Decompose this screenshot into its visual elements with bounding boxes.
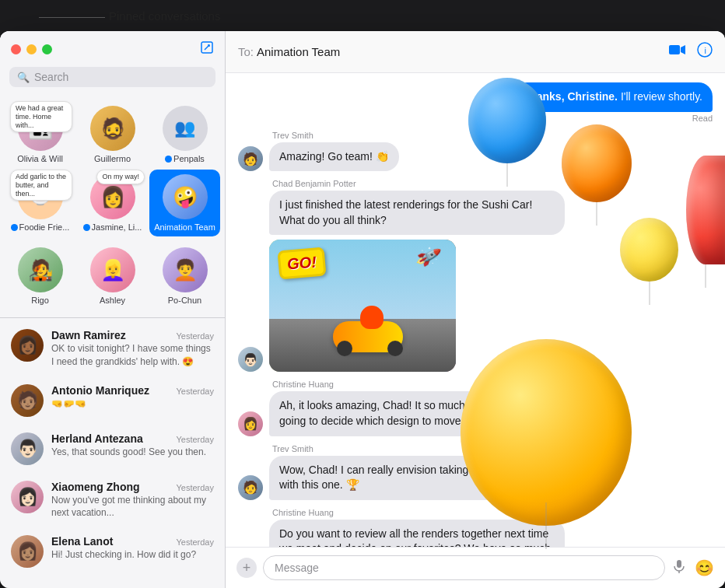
conv-header-xiaomeng: Xiaomeng Zhong Yesterday: [51, 481, 214, 493]
app-window: 🔍 👩‍👦 We had a great time. Home with... …: [0, 31, 725, 588]
compose-icon: [200, 40, 214, 54]
conv-preview-elena: Hi! Just checking in. How did it go?: [51, 548, 214, 562]
msg-sender-christine-2: Christine Huang: [272, 508, 713, 517]
msg-row-outgoing-1: Thanks, Christine. I'll review shortly. …: [238, 82, 713, 123]
pin-name-guillermo: Guillermo: [94, 154, 131, 163]
pin-avatar-guillermo: 🧔: [90, 106, 135, 151]
add-attachment-button[interactable]: +: [236, 558, 257, 578]
messages-area: Thanks, Christine. I'll review shortly. …: [226, 73, 725, 547]
conv-content-xiaomeng: Xiaomeng Zhong Yesterday Now you've got …: [51, 481, 214, 520]
traffic-lights: [11, 44, 52, 54]
conv-preview-antonio: 🤜🤛🤜: [51, 397, 214, 411]
input-icons: 😊: [671, 558, 714, 578]
close-button[interactable]: [11, 44, 21, 54]
chat-header-icons: i: [669, 42, 713, 61]
conv-header-antonio: Antonio Manriquez Yesterday: [51, 384, 214, 397]
pin-name-jasmine: Jasmine, Li...: [92, 222, 142, 232]
sushi-car-image: GO! 🚀: [269, 240, 456, 372]
pin-item-guillermo[interactable]: 🧔 Guillermo: [77, 101, 148, 168]
conv-name-herland: Herland Antezana: [51, 432, 143, 445]
pin-item-ashley[interactable]: 👱‍♀️ Ashley: [77, 243, 148, 310]
video-call-icon[interactable]: [669, 44, 686, 60]
conv-item-xiaomeng[interactable]: 👩🏻 Xiaomeng Zhong Yesterday Now you've g…: [0, 473, 225, 528]
zoom-button[interactable]: [42, 44, 52, 54]
info-icon[interactable]: i: [697, 42, 713, 61]
emoji-button[interactable]: 😊: [695, 558, 714, 577]
pin-name-ashley: Ashley: [100, 296, 125, 305]
chat-to-label: To:: [238, 45, 254, 58]
pin-item-olivia-will[interactable]: 👩‍👦 We had a great time. Home with... Ol…: [5, 101, 75, 168]
svg-text:i: i: [705, 46, 706, 55]
msg-inner-trev-2: 🧑 Wow, Chad! I can really envision takin…: [238, 456, 713, 500]
msg-inner-chad-1: 👨🏻 I just finished the latest renderings…: [238, 191, 713, 372]
search-icon: 🔍: [17, 72, 30, 83]
conv-avatar-herland: 👨🏻: [11, 432, 44, 465]
pin-avatar-po-chun: 🧑‍🦱: [163, 247, 208, 292]
conv-header-herland: Herland Antezana Yesterday: [51, 432, 214, 445]
pin-name-olivia: Olivia & Will: [17, 154, 63, 163]
conv-item-antonio[interactable]: 🧑🏽 Antonio Manriquez Yesterday 🤜🤛🤜: [0, 376, 225, 425]
conv-time-elena: Yesterday: [176, 537, 214, 547]
pin-name-row-foodie: Foodie Frie...: [11, 222, 70, 232]
conv-avatar-elena: 👩🏽: [11, 535, 44, 568]
msg-row-trev-2: Trev Smith 🧑 Wow, Chad! I can really env…: [238, 444, 713, 500]
pin-name-penpals: Penpals: [173, 154, 205, 163]
minimize-button[interactable]: [26, 44, 37, 54]
bubble-christine-1: Ah, it looks amazing, Chad! It so much. …: [269, 391, 565, 436]
conv-time-dawn: Yesterday: [176, 331, 214, 341]
msg-avatar-chad-1: 👨🏻: [238, 347, 263, 372]
conv-header-elena: Elena Lanot Yesterday: [51, 535, 214, 548]
msg-inner-christine-2: 👩 Do you want to review all the renders …: [238, 520, 713, 547]
conv-avatar-xiaomeng: 👩🏻: [11, 481, 44, 513]
unread-dot-jasmine: [83, 224, 90, 231]
msg-sender-trev-1: Trev Smith: [272, 131, 713, 140]
audio-input-icon[interactable]: [671, 558, 687, 578]
pinned-grid: 👩‍👦 We had a great time. Home with... Ol…: [0, 98, 225, 240]
conv-item-dawn[interactable]: 👩🏾 Dawn Ramirez Yesterday OK to visit to…: [0, 321, 225, 376]
pin-name-row-jasmine: Jasmine, Li...: [83, 222, 142, 232]
search-bar[interactable]: 🔍: [9, 67, 215, 87]
bubble-chad-1: I just finished the latest renderings fo…: [269, 191, 565, 235]
bubble-trev-2: Wow, Chad! I can really envision taking …: [269, 456, 565, 500]
compose-button[interactable]: [200, 40, 214, 58]
conv-item-elena[interactable]: 👩🏽 Elena Lanot Yesterday Hi! Just checki…: [0, 527, 225, 576]
conv-item-herland[interactable]: 👨🏻 Herland Antezana Yesterday Yes, that …: [0, 425, 225, 473]
pin-bubble-jasmine: On my way!: [96, 170, 145, 184]
pin-item-jasmine[interactable]: 👩 On my way! Jasmine, Li...: [77, 170, 148, 236]
pin-item-penpals[interactable]: 👥 Penpals: [149, 101, 220, 168]
sushi-car-visual: GO! 🚀: [269, 240, 456, 372]
pin-item-animation-team[interactable]: 🤪 Animation Team: [149, 170, 220, 236]
pin-avatar-ashley: 👱‍♀️: [90, 247, 135, 292]
bubble-trev-1: Amazing! Go team! 👏: [269, 142, 399, 172]
pin-avatar-animation-team: 🤪: [163, 174, 208, 219]
pin-item-rigo[interactable]: 🧑‍🎤 Rigo: [5, 243, 75, 310]
chat-header: To: Animation Team i: [226, 31, 725, 73]
pin-name-rigo: Rigo: [31, 296, 49, 305]
pin-item-po-chun[interactable]: 🧑‍🦱 Po-Chun: [149, 243, 220, 310]
message-input[interactable]: [263, 555, 665, 580]
bubble-text-rest: I'll review shortly.: [621, 90, 702, 103]
pin-bubble-olivia: We had a great time. Home with...: [10, 101, 72, 132]
conv-content-elena: Elena Lanot Yesterday Hi! Just checking …: [51, 535, 214, 562]
conv-name-xiaomeng: Xiaomeng Zhong: [51, 481, 140, 493]
svg-rect-2: [669, 45, 680, 54]
conv-avatar-antonio: 🧑🏽: [11, 384, 44, 417]
conv-header-dawn: Dawn Ramirez Yesterday: [51, 329, 214, 341]
conv-time-antonio: Yesterday: [176, 387, 214, 396]
search-input[interactable]: [34, 71, 208, 83]
unread-dot-foodie: [11, 224, 18, 231]
pin-name-foodie: Foodie Frie...: [19, 222, 70, 232]
pin-item-foodie[interactable]: 🍜 Add garlic to the butter, and then... …: [5, 170, 75, 236]
conv-preview-dawn: OK to visit tonight? I have some things …: [51, 342, 214, 369]
svg-line-1: [205, 45, 209, 50]
chat-recipient: Animation Team: [257, 45, 340, 58]
bubble-highlight: Thanks, Christine.: [524, 90, 618, 103]
titlebar: [0, 31, 225, 64]
msg-sender-christine-1: Christine Huang: [272, 380, 713, 389]
wheel-left: [337, 341, 352, 356]
conv-content-dawn: Dawn Ramirez Yesterday OK to visit tonig…: [51, 329, 214, 369]
msg-sender-chad-1: Chad Benjamin Potter: [272, 179, 713, 188]
msg-avatar-christine-1: 👩: [238, 411, 263, 436]
msg-row-chad-1: Chad Benjamin Potter 👨🏻 I just finished …: [238, 179, 713, 372]
conversation-list: 👩🏾 Dawn Ramirez Yesterday OK to visit to…: [0, 318, 225, 588]
